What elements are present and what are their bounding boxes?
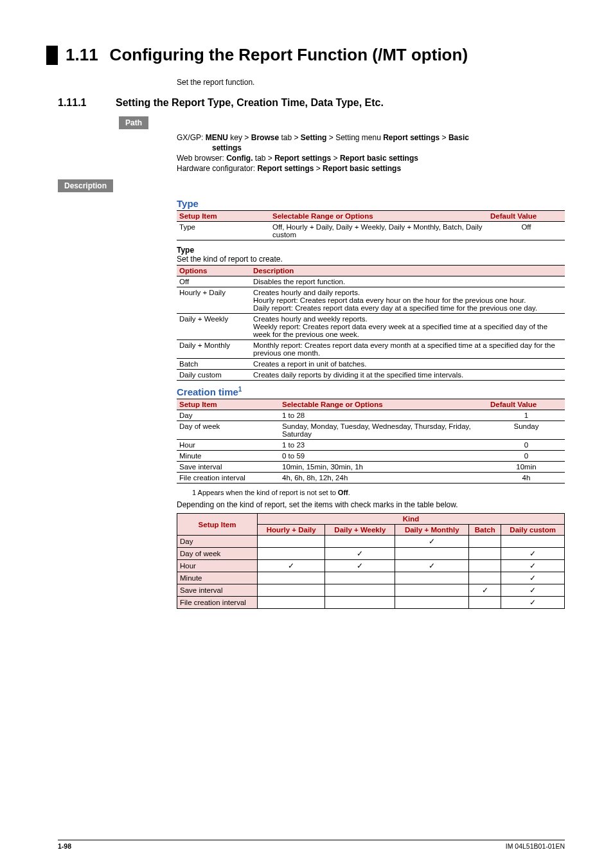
optdesc-3: Monthly report: Creates report data ever… — [251, 340, 565, 359]
path-l3-a: Hardware configurator: — [177, 164, 257, 173]
creation-title-text: Creation time — [177, 386, 238, 397]
c2-item: Hour — [177, 440, 280, 451]
m-r3-label: Minute — [177, 572, 258, 584]
heading-1-number: 1.11 — [66, 45, 98, 65]
m-r1-2 — [395, 548, 469, 560]
m-r2-1: ✓ — [325, 560, 395, 572]
path-l1-j: Basic — [449, 133, 469, 142]
m-r0-1 — [325, 536, 395, 548]
c1-def: Sunday — [488, 421, 565, 440]
heading-1-text: Configuring the Report Function (/MT opt… — [110, 45, 468, 65]
heading-2-text: Setting the Report Type, Creation Time, … — [116, 97, 565, 109]
m-col-1: Daily + Weekly — [325, 525, 395, 536]
opt-2: Daily + Weekly — [177, 314, 251, 340]
type-range: Off, Hourly + Daily, Daily + Weekly, Dai… — [270, 222, 488, 240]
path-l3-b: Report settings — [257, 164, 314, 173]
type-section-title: Type — [177, 198, 565, 209]
c5-item: File creation interval — [177, 473, 280, 484]
heading-2-number: 1.11.1 — [58, 97, 116, 109]
m-col-3: Batch — [469, 525, 501, 536]
path-l1-i: > — [440, 133, 449, 142]
path-l3-c: > — [314, 164, 323, 173]
path-l1-k: settings — [212, 143, 242, 152]
opt-0: Off — [177, 276, 251, 287]
path-block: GX/GP: MENU key > Browse tab > Setting >… — [177, 133, 565, 173]
c0-item: Day — [177, 410, 280, 421]
m-r4-1 — [325, 584, 395, 597]
creation-table: Setup Item Selectable Range or Options D… — [177, 399, 565, 484]
m-r5-0 — [258, 597, 325, 609]
opt-4: Batch — [177, 359, 251, 370]
m-r0-3 — [469, 536, 501, 548]
c4-range: 10min, 15min, 30min, 1h — [280, 462, 488, 473]
m-r0-4 — [501, 536, 565, 548]
m-r2-label: Hour — [177, 560, 258, 572]
footnote-1-bold: Off — [338, 489, 348, 496]
m-r2-2: ✓ — [395, 560, 469, 572]
path-l2-a: Web browser: — [177, 154, 226, 163]
m-r5-4: ✓ — [501, 597, 565, 609]
m-hdr-setup: Setup Item — [177, 514, 258, 536]
c2-def: 0 — [488, 440, 565, 451]
hdr-default: Default Value — [488, 211, 565, 222]
type-sub-heading: Type — [177, 246, 565, 255]
description-pill: Description — [58, 179, 113, 192]
path-l1-b: MENU — [206, 133, 228, 142]
opt-5: Daily custom — [177, 370, 251, 381]
m-col-0: Hourly + Daily — [258, 525, 325, 536]
path-l1-h: Report settings — [383, 133, 440, 142]
path-l3-d: Report basic settings — [323, 164, 401, 173]
heading-2: 1.11.1 Setting the Report Type, Creation… — [58, 97, 565, 109]
m-r1-1: ✓ — [325, 548, 395, 560]
m-r3-0 — [258, 572, 325, 584]
optdesc-0: Disables the report function. — [251, 276, 565, 287]
c1-range: Sunday, Monday, Tuesday, Wednesday, Thur… — [280, 421, 488, 440]
type-options-table: Options Description OffDisables the repo… — [177, 265, 565, 381]
creation-title-sup: 1 — [238, 386, 242, 393]
footer-doc: IM 04L51B01-01EN — [506, 842, 565, 850]
path-l1-a: GX/GP: — [177, 133, 206, 142]
m-r4-4: ✓ — [501, 584, 565, 597]
opt-3: Daily + Monthly — [177, 340, 251, 359]
hdr-setup: Setup Item — [177, 211, 270, 222]
path-l2-c: tab > — [253, 154, 274, 163]
c1-item: Day of week — [177, 421, 280, 440]
c5-range: 4h, 6h, 8h, 12h, 24h — [280, 473, 488, 484]
c0-def: 1 — [488, 410, 565, 421]
c-hdr-default: Default Value — [488, 399, 565, 410]
m-r4-label: Save interval — [177, 584, 258, 597]
m-r5-1 — [325, 597, 395, 609]
path-l1-e: tab > — [279, 133, 301, 142]
m-r2-0: ✓ — [258, 560, 325, 572]
type-item: Type — [177, 222, 270, 240]
c3-range: 0 to 59 — [280, 451, 488, 462]
footnote-1-suffix: . — [348, 489, 350, 496]
optdesc-5: Creates daily reports by dividing it at … — [251, 370, 565, 381]
type-default: Off — [488, 222, 565, 240]
m-r4-2 — [395, 584, 469, 597]
m-r1-4: ✓ — [501, 548, 565, 560]
m-r0-2: ✓ — [395, 536, 469, 548]
optdesc-2: Creates hourly and weekly reports. Weekl… — [251, 314, 565, 340]
m-r4-3: ✓ — [469, 584, 501, 597]
path-pill: Path — [119, 116, 148, 129]
type-setup-table: Setup Item Selectable Range or Options D… — [177, 210, 565, 240]
creation-title: Creation time1 — [177, 386, 565, 397]
optdesc-1: Creates hourly and daily reports. Hourly… — [251, 287, 565, 314]
path-l2-d: Report settings — [274, 154, 331, 163]
m-r3-4: ✓ — [501, 572, 565, 584]
c4-def: 10min — [488, 462, 565, 473]
m-r0-label: Day — [177, 536, 258, 548]
m-col-4: Daily custom — [501, 525, 565, 536]
m-col-2: Daily + Monthly — [395, 525, 469, 536]
kind-matrix-table: Setup Item Kind Hourly + Daily Daily + W… — [177, 513, 565, 609]
path-l1-c: key > — [228, 133, 251, 142]
footer-page: 1-98 — [58, 842, 71, 850]
c4-item: Save interval — [177, 462, 280, 473]
hdr-options: Options — [177, 266, 251, 276]
m-r3-1 — [325, 572, 395, 584]
m-r3-2 — [395, 572, 469, 584]
c3-def: 0 — [488, 451, 565, 462]
m-r2-4: ✓ — [501, 560, 565, 572]
c5-def: 4h — [488, 473, 565, 484]
